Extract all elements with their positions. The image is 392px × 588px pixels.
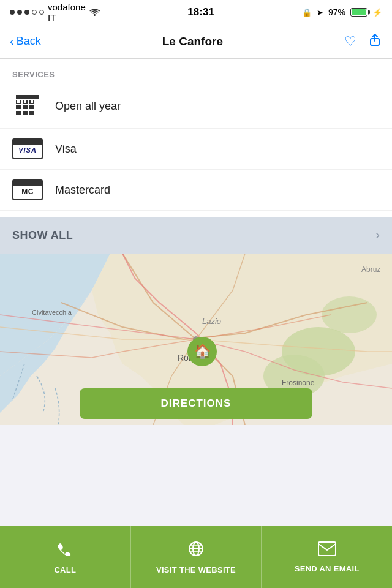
svg-text:Lazio: Lazio (202, 317, 221, 326)
svg-rect-29 (318, 542, 336, 556)
location-icon: ➤ (317, 8, 323, 17)
favorite-icon[interactable]: ♡ (344, 34, 356, 50)
svg-rect-5 (16, 105, 21, 109)
svg-text:Frosinone: Frosinone (282, 379, 315, 387)
service-item-open-all-year: Open all year (0, 84, 392, 129)
svg-text:Abruz: Abruz (361, 265, 380, 274)
svg-rect-11 (17, 100, 20, 103)
svg-text:Civitavecchia: Civitavecchia (32, 309, 72, 316)
battery-icon (350, 8, 368, 17)
svg-rect-10 (29, 111, 34, 115)
map-location-pin[interactable]: 🏠 (187, 337, 217, 366)
status-time: 18:31 (187, 6, 214, 18)
tab-website-label: VISIT THE WEBSITE (156, 565, 236, 575)
status-bar: vodafone IT 18:31 🔒 ➤ 97% ⚡ (0, 0, 392, 24)
battery-percent: 97% (328, 7, 345, 17)
nav-bar: ‹ Back Le Canfore ♡ (0, 24, 392, 59)
carrier-label: vodafone IT (48, 2, 86, 23)
share-icon[interactable] (368, 32, 382, 51)
map-section[interactable]: Roma Civitavecchia Lazio Frosinone Abruz… (0, 254, 392, 425)
globe-icon (187, 540, 205, 562)
dot-3 (24, 10, 29, 15)
signal-dots (10, 10, 44, 15)
charging-icon: ⚡ (372, 8, 382, 17)
svg-rect-13 (31, 100, 33, 103)
back-label: Back (17, 35, 41, 48)
service-mastercard-label: Mastercard (55, 184, 110, 197)
tab-bar: CALL VISIT THE WEBSITE SEND AN EMAIL (0, 526, 392, 588)
tab-email-label: SEND AN EMAIL (295, 564, 360, 573)
mc-icon: MC (12, 179, 43, 200)
visa-icon: VISA (12, 138, 43, 159)
chevron-left-icon: ‹ (10, 34, 14, 48)
svg-rect-6 (23, 105, 28, 109)
service-item-visa: VISA Visa (0, 129, 392, 170)
email-icon (318, 541, 336, 560)
building-icon (12, 94, 43, 118)
content-area: SERVICES Open all year (0, 59, 392, 254)
tab-call-label: CALL (54, 565, 76, 575)
tab-email[interactable]: SEND AN EMAIL (261, 526, 392, 588)
dot-1 (10, 10, 15, 15)
status-left: vodafone IT (10, 2, 100, 23)
tab-call[interactable]: CALL (0, 526, 130, 588)
service-open-all-year-label: Open all year (55, 100, 121, 113)
service-item-mastercard: MC Mastercard (0, 170, 392, 211)
wifi-icon (89, 9, 100, 16)
dot-4 (32, 10, 37, 15)
services-section-header: SERVICES (0, 59, 392, 84)
back-button[interactable]: ‹ Back (10, 34, 41, 48)
house-icon: 🏠 (194, 344, 211, 360)
tab-website[interactable]: VISIT THE WEBSITE (130, 526, 262, 588)
svg-rect-9 (23, 111, 28, 115)
dot-2 (17, 10, 22, 15)
phone-icon (56, 540, 74, 562)
svg-rect-8 (16, 111, 21, 115)
svg-rect-1 (16, 95, 39, 99)
lock-icon: 🔒 (302, 8, 312, 17)
show-all-label: SHOW ALL (12, 229, 73, 242)
directions-label: DIRECTIONS (161, 398, 232, 410)
directions-button[interactable]: DIRECTIONS (80, 388, 312, 419)
page-title: Le Canfore (162, 35, 223, 48)
nav-actions: ♡ (344, 32, 382, 51)
service-visa-label: Visa (55, 143, 77, 156)
show-all-button[interactable]: SHOW ALL › (0, 217, 392, 254)
svg-rect-12 (24, 100, 26, 103)
chevron-right-icon: › (375, 227, 380, 243)
dot-5 (39, 10, 44, 15)
svg-rect-7 (29, 105, 34, 109)
status-right: 🔒 ➤ 97% ⚡ (302, 7, 382, 17)
